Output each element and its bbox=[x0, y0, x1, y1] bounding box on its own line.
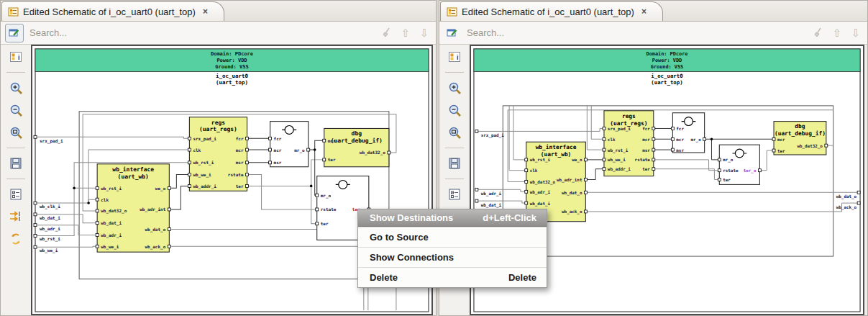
search-edit-icon bbox=[9, 27, 20, 39]
tab-edited-schematic[interactable]: Edited Schematic of i_oc_uart0 (uart_top… bbox=[440, 1, 663, 21]
properties-icon[interactable]: i bbox=[8, 49, 24, 65]
port-label: msr bbox=[676, 148, 684, 153]
port-label: mcr bbox=[274, 148, 282, 153]
port-label: mcr bbox=[777, 137, 785, 142]
edge-port-stub bbox=[34, 224, 37, 227]
net-label: srx_pad_i bbox=[40, 138, 63, 144]
schematic-document-icon bbox=[447, 6, 457, 17]
preferences-icon[interactable] bbox=[447, 186, 462, 202]
edge-port-stub bbox=[857, 202, 860, 204]
port-label: mr_o bbox=[691, 137, 702, 143]
port-label: fcr bbox=[676, 127, 684, 131]
port-stub bbox=[168, 186, 170, 189]
block-subtitle: (uart_debug_if) bbox=[775, 130, 826, 137]
wire-junction bbox=[87, 202, 90, 204]
menu-item-delete[interactable]: Delete Delete bbox=[358, 267, 547, 287]
port-stub bbox=[758, 169, 761, 172]
port-stub bbox=[96, 209, 99, 212]
search-edit-button[interactable] bbox=[444, 24, 461, 42]
port-label: clk bbox=[530, 168, 538, 173]
net-label: wb_adr_i bbox=[481, 191, 502, 197]
zoom-fit-icon[interactable] bbox=[447, 125, 462, 140]
trace-signals-icon[interactable] bbox=[8, 209, 24, 225]
port-stub bbox=[96, 198, 99, 201]
port-stub bbox=[584, 179, 587, 181]
port-label: wb_adr_int bbox=[557, 178, 583, 183]
menu-shortcut: d+Left-Click bbox=[483, 212, 536, 223]
broom-clear-icon[interactable] bbox=[811, 26, 826, 40]
module-label: (uart_top) bbox=[216, 79, 248, 86]
port-stub bbox=[168, 245, 170, 248]
ground-label: Ground: VSS bbox=[651, 64, 683, 70]
port-stub bbox=[718, 179, 721, 181]
symbol-block[interactable] bbox=[672, 113, 704, 153]
search-edit-button[interactable] bbox=[5, 24, 24, 42]
search-next-icon[interactable]: ⇩ bbox=[417, 26, 431, 40]
port-label: ter bbox=[328, 157, 336, 162]
svg-text:i: i bbox=[18, 54, 20, 61]
edge-port-stub bbox=[34, 213, 37, 216]
save-icon[interactable] bbox=[447, 155, 462, 171]
zoom-out-icon[interactable] bbox=[447, 102, 462, 118]
net-label: wb_dat_i bbox=[40, 215, 60, 221]
edge-port-stub bbox=[34, 202, 37, 204]
port-stub bbox=[246, 137, 249, 140]
zoom-in-icon[interactable] bbox=[8, 80, 24, 96]
block-title: wb_interface bbox=[536, 144, 577, 150]
port-stub bbox=[96, 233, 99, 236]
port-stub bbox=[525, 180, 528, 183]
tab-title: Edited Schematic of i_oc_uart0 (uart_top… bbox=[462, 6, 634, 17]
port-label: wb_adr_i bbox=[530, 190, 551, 195]
search-prev-icon[interactable]: ⇧ bbox=[830, 26, 844, 40]
port-label: wb_addr_i bbox=[608, 167, 631, 172]
tab-close-icon[interactable]: × bbox=[203, 6, 208, 17]
port-stub bbox=[246, 184, 249, 187]
port-stub bbox=[168, 228, 170, 231]
port-stub bbox=[269, 148, 272, 151]
tab-close-icon[interactable]: × bbox=[641, 6, 647, 17]
menu-item-show-destinations[interactable]: Show Destinations d+Left-Click bbox=[358, 209, 547, 227]
broom-clear-icon[interactable] bbox=[380, 26, 394, 40]
zoom-fit-icon[interactable] bbox=[8, 125, 24, 140]
block-title: regs bbox=[622, 113, 636, 119]
search-next-icon[interactable]: ⇩ bbox=[849, 26, 863, 40]
port-stub bbox=[316, 222, 319, 225]
port-stub bbox=[96, 245, 99, 248]
module-label: (uart_top) bbox=[651, 79, 682, 86]
port-stub bbox=[388, 151, 390, 154]
net-label: wb_clk_i bbox=[40, 204, 60, 209]
block-title: dbg bbox=[352, 130, 362, 137]
zoom-in-icon[interactable] bbox=[447, 80, 462, 96]
search-input[interactable] bbox=[465, 27, 807, 39]
menu-item-go-to-source[interactable]: Go to Source bbox=[358, 227, 547, 247]
port-stub bbox=[525, 158, 528, 161]
properties-icon[interactable]: i bbox=[447, 49, 462, 65]
save-icon[interactable] bbox=[8, 155, 24, 171]
port-stub bbox=[584, 191, 587, 194]
power-label: Power: VDD bbox=[652, 58, 682, 63]
wire-junction bbox=[711, 137, 713, 140]
port-stub bbox=[718, 158, 721, 161]
port-stub bbox=[718, 169, 721, 172]
search-input[interactable] bbox=[28, 27, 375, 39]
port-stub bbox=[316, 194, 319, 197]
reload-icon[interactable] bbox=[8, 231, 24, 247]
port-stub bbox=[246, 148, 249, 151]
tab-edited-schematic[interactable]: Edited Schematic of i_oc_uart0 (uart_top… bbox=[1, 1, 224, 21]
block-subtitle: (uart_wb) bbox=[118, 173, 149, 180]
context-menu: Show Destinations d+Left-Click Go to Sou… bbox=[357, 209, 547, 288]
preferences-icon[interactable] bbox=[8, 186, 24, 202]
port-label: clk bbox=[101, 197, 109, 202]
port-label: ter bbox=[777, 149, 785, 153]
menu-item-show-connections[interactable]: Show Connections bbox=[358, 247, 547, 267]
port-stub bbox=[188, 161, 191, 164]
search-prev-icon[interactable]: ⇧ bbox=[398, 26, 413, 40]
power-label: Power: VDD bbox=[216, 58, 247, 63]
port-stub bbox=[603, 127, 606, 130]
port-label: wb_rst_i bbox=[193, 160, 214, 166]
port-stub bbox=[603, 168, 606, 171]
zoom-out-icon[interactable] bbox=[8, 102, 24, 118]
wire-junction bbox=[310, 185, 313, 188]
port-label: rstate bbox=[228, 172, 244, 177]
port-label: wb_dat_i bbox=[530, 202, 551, 207]
